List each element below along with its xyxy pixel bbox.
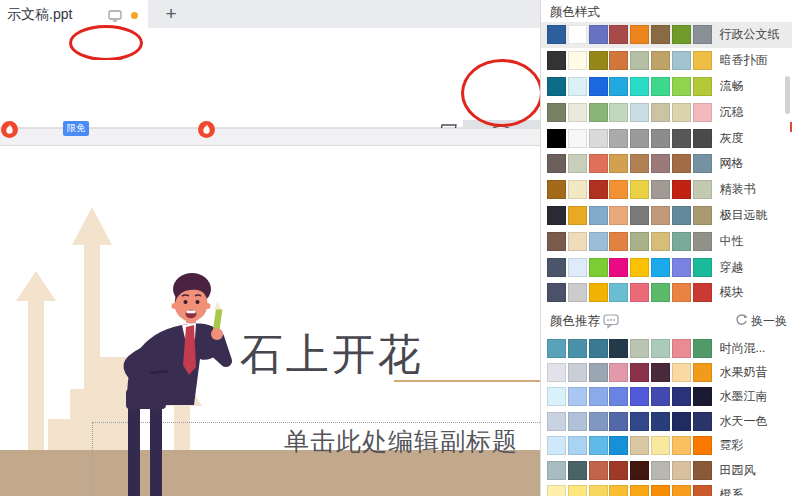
color-swatch[interactable] xyxy=(547,283,566,302)
color-swatch[interactable] xyxy=(547,387,566,406)
color-swatch[interactable] xyxy=(672,206,691,225)
color-swatch[interactable] xyxy=(693,258,712,277)
color-swatch[interactable] xyxy=(630,129,649,148)
color-swatch[interactable] xyxy=(630,387,649,406)
color-swatch[interactable] xyxy=(651,154,670,173)
color-style-row[interactable]: 网格 xyxy=(541,151,792,177)
color-swatch[interactable] xyxy=(672,339,691,358)
color-swatch[interactable] xyxy=(568,363,587,382)
color-swatch[interactable] xyxy=(609,154,628,173)
color-swatch[interactable] xyxy=(693,51,712,70)
color-swatch[interactable] xyxy=(672,103,691,122)
color-swatch[interactable] xyxy=(630,51,649,70)
color-swatch[interactable] xyxy=(651,129,670,148)
color-swatch[interactable] xyxy=(693,363,712,382)
color-swatch[interactable] xyxy=(630,25,649,44)
color-swatch[interactable] xyxy=(609,129,628,148)
color-swatch[interactable] xyxy=(672,258,691,277)
panel-scrollbar-thumb[interactable] xyxy=(785,76,790,114)
color-swatch[interactable] xyxy=(609,232,628,251)
color-swatch[interactable] xyxy=(693,154,712,173)
color-swatch[interactable] xyxy=(568,387,587,406)
color-swatch[interactable] xyxy=(609,436,628,455)
color-swatch[interactable] xyxy=(672,485,691,496)
color-swatch[interactable] xyxy=(630,461,649,480)
color-swatch[interactable] xyxy=(589,77,608,96)
color-swatch[interactable] xyxy=(609,77,628,96)
color-style-row[interactable]: 中性 xyxy=(541,228,792,254)
slide-canvas[interactable]: 单击此处编辑副标题 石上开花 xyxy=(0,146,540,496)
color-swatch[interactable] xyxy=(589,363,608,382)
color-swatch[interactable] xyxy=(672,77,691,96)
color-swatch[interactable] xyxy=(547,485,566,496)
color-swatch[interactable] xyxy=(651,387,670,406)
color-swatch[interactable] xyxy=(568,232,587,251)
color-swatch[interactable] xyxy=(651,103,670,122)
color-swatch[interactable] xyxy=(589,485,608,496)
color-swatch[interactable] xyxy=(672,129,691,148)
new-tab-button[interactable]: + xyxy=(158,2,184,26)
color-swatch[interactable] xyxy=(693,129,712,148)
color-style-row[interactable]: 暗香扑面 xyxy=(541,48,792,74)
color-swatch[interactable] xyxy=(630,339,649,358)
color-recommend-row[interactable]: 时尚混... xyxy=(541,336,792,360)
color-swatch[interactable] xyxy=(609,25,628,44)
color-swatch[interactable] xyxy=(672,412,691,431)
color-swatch[interactable] xyxy=(693,461,712,480)
color-swatch[interactable] xyxy=(672,180,691,199)
color-style-row[interactable]: 灰度 xyxy=(541,125,792,151)
color-recommend-row[interactable]: 水天一色 xyxy=(541,409,792,433)
color-swatch[interactable] xyxy=(609,206,628,225)
color-swatch[interactable] xyxy=(609,387,628,406)
color-swatch[interactable] xyxy=(589,412,608,431)
color-swatch[interactable] xyxy=(547,180,566,199)
color-swatch[interactable] xyxy=(568,77,587,96)
color-swatch[interactable] xyxy=(651,25,670,44)
color-swatch[interactable] xyxy=(672,25,691,44)
color-swatch[interactable] xyxy=(693,485,712,496)
color-style-row[interactable]: 沉稳 xyxy=(541,99,792,125)
color-swatch[interactable] xyxy=(672,154,691,173)
color-swatch[interactable] xyxy=(589,51,608,70)
color-swatch[interactable] xyxy=(547,25,566,44)
color-swatch[interactable] xyxy=(609,461,628,480)
color-swatch[interactable] xyxy=(589,206,608,225)
color-swatch[interactable] xyxy=(589,387,608,406)
color-swatch[interactable] xyxy=(693,283,712,302)
color-swatch[interactable] xyxy=(589,129,608,148)
slide-title[interactable]: 石上开花 xyxy=(240,326,424,384)
color-swatch[interactable] xyxy=(589,461,608,480)
color-swatch[interactable] xyxy=(568,51,587,70)
color-swatch[interactable] xyxy=(589,339,608,358)
color-swatch[interactable] xyxy=(651,461,670,480)
color-swatch[interactable] xyxy=(672,51,691,70)
color-swatch[interactable] xyxy=(672,387,691,406)
color-swatch[interactable] xyxy=(693,103,712,122)
color-swatch[interactable] xyxy=(609,51,628,70)
color-swatch[interactable] xyxy=(547,154,566,173)
color-style-row[interactable]: 行政公文纸 xyxy=(541,22,792,48)
color-style-row[interactable]: 模块 xyxy=(541,280,792,306)
color-recommend-row[interactable]: 橙系 xyxy=(541,482,792,496)
color-swatch[interactable] xyxy=(672,283,691,302)
color-swatch[interactable] xyxy=(568,180,587,199)
color-swatch[interactable] xyxy=(651,485,670,496)
color-swatch[interactable] xyxy=(693,232,712,251)
color-swatch[interactable] xyxy=(609,258,628,277)
color-swatch[interactable] xyxy=(630,283,649,302)
color-swatch[interactable] xyxy=(651,363,670,382)
color-swatch[interactable] xyxy=(609,103,628,122)
color-swatch[interactable] xyxy=(568,206,587,225)
color-swatch[interactable] xyxy=(547,232,566,251)
color-swatch[interactable] xyxy=(547,339,566,358)
color-swatch[interactable] xyxy=(568,283,587,302)
color-swatch[interactable] xyxy=(630,154,649,173)
color-swatch[interactable] xyxy=(568,412,587,431)
color-swatch[interactable] xyxy=(693,77,712,96)
color-swatch[interactable] xyxy=(672,461,691,480)
color-swatch[interactable] xyxy=(630,436,649,455)
color-swatch[interactable] xyxy=(589,436,608,455)
color-swatch[interactable] xyxy=(589,258,608,277)
color-swatch[interactable] xyxy=(609,283,628,302)
color-swatch[interactable] xyxy=(672,436,691,455)
